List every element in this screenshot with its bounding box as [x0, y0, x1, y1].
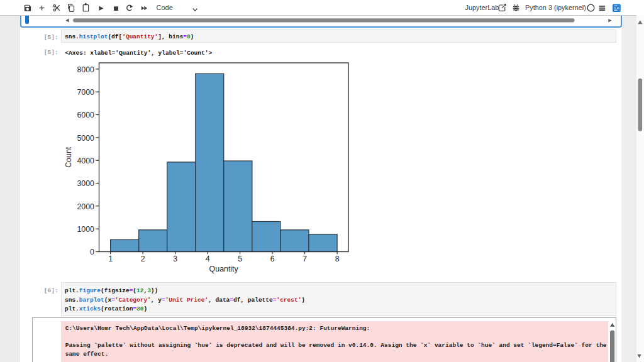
svg-text:Count: Count — [64, 146, 73, 168]
svg-text:Quantity: Quantity — [209, 265, 239, 273]
svg-text:2: 2 — [141, 255, 145, 263]
svg-text:5000: 5000 — [77, 134, 94, 143]
svg-text:7: 7 — [303, 255, 307, 263]
svg-text:0: 0 — [90, 248, 94, 256]
svg-text:5: 5 — [238, 255, 242, 263]
svg-text:1000: 1000 — [77, 225, 94, 234]
svg-text:4: 4 — [206, 255, 210, 263]
svg-text:2000: 2000 — [77, 202, 94, 211]
svg-text:6: 6 — [270, 255, 275, 263]
svg-text:7000: 7000 — [77, 88, 94, 97]
svg-text:1: 1 — [108, 255, 113, 263]
svg-text:3000: 3000 — [77, 179, 94, 188]
svg-text:8000: 8000 — [77, 65, 94, 74]
svg-text:3: 3 — [173, 255, 177, 263]
svg-text:4000: 4000 — [77, 156, 94, 165]
svg-text:6000: 6000 — [77, 111, 94, 119]
svg-text:8: 8 — [335, 255, 340, 263]
